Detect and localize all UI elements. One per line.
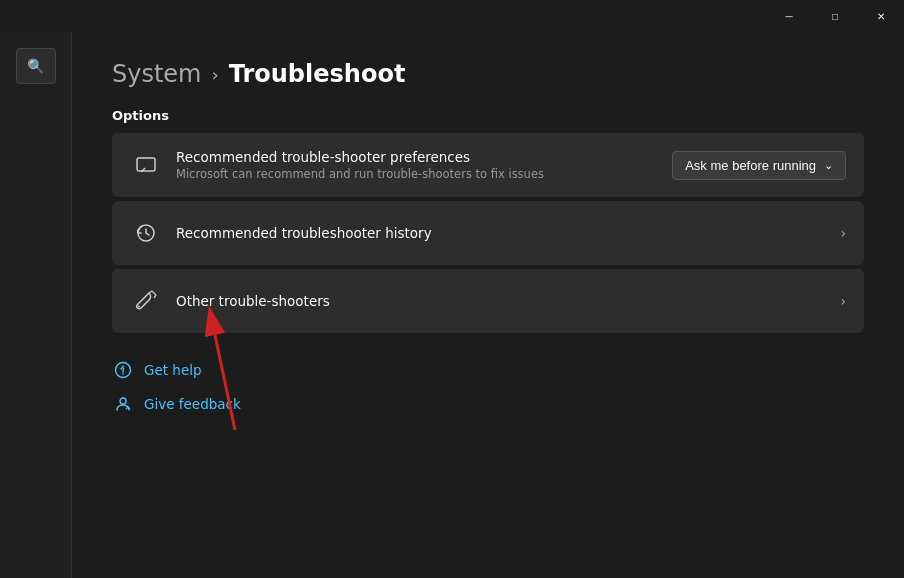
breadcrumb-system: System [112, 60, 202, 88]
give-feedback-label: Give feedback [144, 396, 241, 412]
help-icon [112, 359, 134, 381]
get-help-label: Get help [144, 362, 202, 378]
search-button[interactable]: 🔍 [16, 48, 56, 84]
chevron-right-icon-history: › [840, 225, 846, 241]
main-content: System › Troubleshoot Options Recommende… [72, 32, 904, 578]
option-recommended-prefs[interactable]: Recommended trouble-shooter preferences … [112, 133, 864, 197]
search-icon: 🔍 [27, 58, 44, 74]
dropdown-label: Ask me before running [685, 158, 816, 173]
minimize-button[interactable]: ─ [766, 0, 812, 32]
svg-rect-0 [137, 158, 155, 171]
get-help-link[interactable]: Get help [112, 353, 864, 387]
option-right-prefs: Ask me before running ⌄ [672, 151, 846, 180]
options-label: Options [112, 108, 864, 123]
app-layout: 🔍 System › Troubleshoot Options Recommen… [0, 0, 904, 578]
wrench-icon [130, 285, 162, 317]
svg-point-6 [120, 398, 126, 404]
option-troubleshooter-history[interactable]: Recommended troubleshooter history › [112, 201, 864, 265]
option-subtitle-prefs: Microsoft can recommend and run trouble-… [176, 167, 672, 181]
option-right-history: › [840, 225, 846, 241]
breadcrumb-current: Troubleshoot [229, 60, 406, 88]
message-icon [130, 149, 162, 181]
chevron-right-icon-other: › [840, 293, 846, 309]
option-text-other: Other trouble-shooters [176, 293, 840, 309]
svg-point-5 [122, 373, 124, 375]
breadcrumb: System › Troubleshoot [112, 60, 864, 88]
chevron-down-icon: ⌄ [824, 159, 833, 172]
history-icon [130, 217, 162, 249]
title-bar: ─ □ ✕ [766, 0, 904, 32]
sidebar: 🔍 [0, 32, 72, 578]
option-title-prefs: Recommended trouble-shooter preferences [176, 149, 672, 165]
feedback-icon [112, 393, 134, 415]
links-section: Get help Give feedback [112, 353, 864, 421]
give-feedback-link[interactable]: Give feedback [112, 387, 864, 421]
breadcrumb-separator: › [212, 64, 219, 85]
option-title-history: Recommended troubleshooter history [176, 225, 840, 241]
svg-point-2 [138, 306, 140, 308]
ask-before-running-dropdown[interactable]: Ask me before running ⌄ [672, 151, 846, 180]
sidebar-nav-item [0, 566, 71, 570]
option-other-troubleshooters[interactable]: Other trouble-shooters › [112, 269, 864, 333]
option-right-other: › [840, 293, 846, 309]
option-title-other: Other trouble-shooters [176, 293, 840, 309]
option-text-history: Recommended troubleshooter history [176, 225, 840, 241]
option-text-prefs: Recommended trouble-shooter preferences … [176, 149, 672, 181]
maximize-button[interactable]: □ [812, 0, 858, 32]
close-button[interactable]: ✕ [858, 0, 904, 32]
